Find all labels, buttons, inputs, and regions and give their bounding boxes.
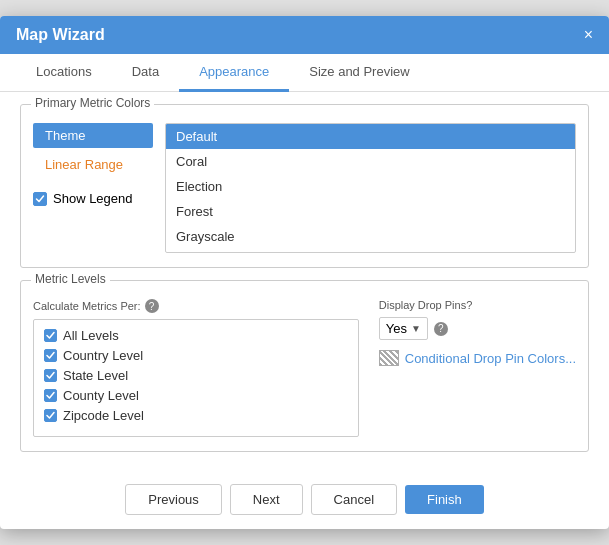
- metric-levels-label: Metric Levels: [31, 272, 110, 286]
- linear-range-button[interactable]: Linear Range: [33, 152, 153, 177]
- theme-option-lilac[interactable]: Lilac: [166, 249, 575, 253]
- drop-pins-column: Display Drop Pins? Yes ▼ ? Conditional D…: [379, 299, 576, 437]
- checkbox-state-level: State Level: [44, 368, 348, 383]
- show-legend-label: Show Legend: [53, 191, 133, 206]
- tab-size-and-preview[interactable]: Size and Preview: [289, 54, 429, 92]
- right-column: Default Coral Election Forest Grayscale …: [165, 123, 576, 253]
- dialog-footer: Previous Next Cancel Finish: [0, 474, 609, 529]
- drop-pins-value: Yes: [386, 321, 407, 336]
- display-drop-pins-label: Display Drop Pins?: [379, 299, 576, 311]
- tab-bar: Locations Data Appearance Size and Previ…: [0, 54, 609, 92]
- state-level-checkbox[interactable]: [44, 369, 57, 382]
- finish-button[interactable]: Finish: [405, 485, 484, 514]
- zipcode-level-checkbox[interactable]: [44, 409, 57, 422]
- next-button[interactable]: Next: [230, 484, 303, 515]
- country-level-checkbox[interactable]: [44, 349, 57, 362]
- theme-option-default[interactable]: Default: [166, 124, 575, 149]
- primary-colors-row: Theme Linear Range Show Legend Default: [33, 123, 576, 253]
- all-levels-checkbox[interactable]: [44, 329, 57, 342]
- theme-option-coral[interactable]: Coral: [166, 149, 575, 174]
- conditional-icon: [379, 350, 399, 366]
- checkbox-county-level: County Level: [44, 388, 348, 403]
- drop-pins-help-icon[interactable]: ?: [434, 322, 448, 336]
- theme-list[interactable]: Default Coral Election Forest Grayscale …: [165, 123, 576, 253]
- close-button[interactable]: ×: [584, 27, 593, 43]
- left-column: Theme Linear Range Show Legend: [33, 123, 153, 253]
- calculate-column: Calculate Metrics Per: ? All Levels: [33, 299, 359, 437]
- show-legend-checkbox[interactable]: [33, 192, 47, 206]
- tab-appearance[interactable]: Appearance: [179, 54, 289, 92]
- content-area: Primary Metric Colors Theme Linear Range…: [0, 92, 609, 474]
- theme-option-grayscale[interactable]: Grayscale: [166, 224, 575, 249]
- checkbox-country-level: Country Level: [44, 348, 348, 363]
- metric-levels-content: Calculate Metrics Per: ? All Levels: [33, 299, 576, 437]
- theme-button[interactable]: Theme: [33, 123, 153, 148]
- primary-metric-colors-section: Primary Metric Colors Theme Linear Range…: [20, 104, 589, 268]
- conditional-drop-pin-row[interactable]: Conditional Drop Pin Colors...: [379, 350, 576, 366]
- checklist-box: All Levels Country Level S: [33, 319, 359, 437]
- conditional-label: Conditional Drop Pin Colors...: [405, 351, 576, 366]
- checkbox-zipcode-level: Zipcode Level: [44, 408, 348, 423]
- theme-option-election[interactable]: Election: [166, 174, 575, 199]
- cancel-button[interactable]: Cancel: [311, 484, 397, 515]
- checkbox-all-levels: All Levels: [44, 328, 348, 343]
- drop-pins-select-row: Yes ▼ ?: [379, 317, 576, 340]
- calculate-help-icon[interactable]: ?: [145, 299, 159, 313]
- tab-data[interactable]: Data: [112, 54, 179, 92]
- county-level-checkbox[interactable]: [44, 389, 57, 402]
- tab-locations[interactable]: Locations: [16, 54, 112, 92]
- calculate-label: Calculate Metrics Per: ?: [33, 299, 359, 313]
- show-legend-row: Show Legend: [33, 191, 153, 206]
- drop-pins-select[interactable]: Yes ▼: [379, 317, 428, 340]
- metric-levels-section: Metric Levels Calculate Metrics Per: ? A…: [20, 280, 589, 452]
- dialog-header: Map Wizard ×: [0, 16, 609, 54]
- theme-option-forest[interactable]: Forest: [166, 199, 575, 224]
- previous-button[interactable]: Previous: [125, 484, 222, 515]
- drop-pins-arrow-icon: ▼: [411, 323, 421, 334]
- map-wizard-dialog: Map Wizard × Locations Data Appearance S…: [0, 16, 609, 529]
- primary-metric-colors-label: Primary Metric Colors: [31, 96, 154, 110]
- dialog-title: Map Wizard: [16, 26, 105, 44]
